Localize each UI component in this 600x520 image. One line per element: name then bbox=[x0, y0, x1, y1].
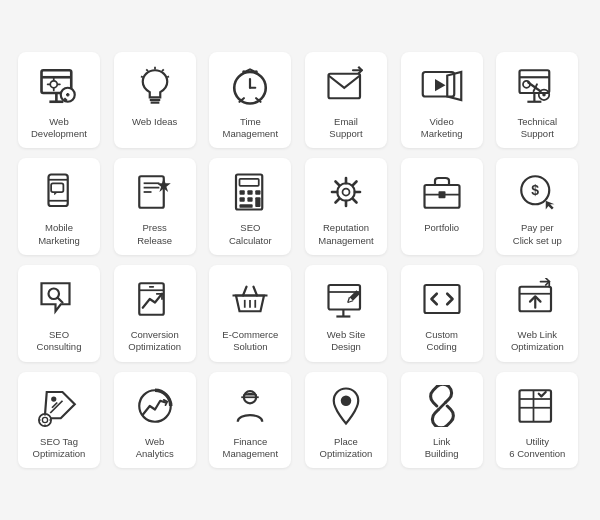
place-optimization-icon bbox=[322, 382, 370, 430]
svg-point-36 bbox=[543, 93, 547, 97]
icon-card-conversion-optimization[interactable]: ConversionOptimization bbox=[114, 265, 196, 362]
icon-card-place-optimization[interactable]: PlaceOptimization bbox=[305, 372, 387, 469]
portfolio-icon bbox=[418, 168, 466, 216]
svg-rect-23 bbox=[328, 73, 360, 98]
icon-card-utility-convention[interactable]: Utility6 Convention bbox=[496, 372, 578, 469]
video-marketing-label: VideoMarketing bbox=[421, 116, 463, 141]
website-design-label: Web SiteDesign bbox=[327, 329, 365, 354]
svg-point-101 bbox=[341, 395, 352, 406]
icon-card-time-management[interactable]: TimeManagement bbox=[209, 52, 291, 149]
utility-convention-label: Utility6 Convention bbox=[509, 436, 565, 461]
icon-card-seo-consulting[interactable]: SEOConsulting bbox=[18, 265, 100, 362]
web-development-icon bbox=[35, 62, 83, 110]
finance-management-icon bbox=[226, 382, 274, 430]
ecommerce-solution-icon bbox=[226, 275, 274, 323]
svg-point-8 bbox=[50, 80, 57, 87]
technical-support-label: TechnicalSupport bbox=[518, 116, 558, 141]
icon-card-link-building[interactable]: LinkBuilding bbox=[401, 372, 483, 469]
web-link-optimization-label: Web LinkOptimization bbox=[511, 329, 564, 354]
icon-card-seo-calculator[interactable]: SEOCalculator bbox=[209, 158, 291, 255]
web-analytics-label: WebAnalytics bbox=[136, 436, 174, 461]
email-support-icon bbox=[322, 62, 370, 110]
svg-point-19 bbox=[242, 70, 246, 74]
svg-text:$: $ bbox=[532, 182, 540, 198]
icon-card-reputation-management[interactable]: ReputationManagement bbox=[305, 158, 387, 255]
portfolio-label: Portfolio bbox=[424, 222, 459, 234]
svg-rect-49 bbox=[248, 191, 253, 195]
web-ideas-icon bbox=[131, 62, 179, 110]
svg-line-62 bbox=[353, 182, 357, 186]
video-marketing-icon bbox=[418, 62, 466, 110]
icon-grid: WebDevelopment Web Ideas bbox=[0, 34, 600, 487]
time-management-label: TimeManagement bbox=[223, 116, 278, 141]
press-release-label: PressRelease bbox=[137, 222, 172, 247]
svg-point-89 bbox=[51, 396, 56, 401]
email-support-label: EmailSupport bbox=[329, 116, 362, 141]
web-analytics-icon bbox=[131, 382, 179, 430]
technical-support-icon bbox=[513, 62, 561, 110]
svg-rect-53 bbox=[256, 198, 261, 208]
time-management-icon bbox=[226, 62, 274, 110]
svg-point-55 bbox=[342, 189, 349, 196]
svg-point-92 bbox=[39, 414, 51, 426]
svg-line-70 bbox=[58, 298, 63, 303]
mobile-marketing-icon bbox=[35, 168, 83, 216]
seo-consulting-label: SEOConsulting bbox=[37, 329, 82, 354]
icon-card-technical-support[interactable]: TechnicalSupport bbox=[496, 52, 578, 149]
pay-per-click-label: Pay perClick set up bbox=[513, 222, 562, 247]
icon-card-pay-per-click[interactable]: $ Pay perClick set up bbox=[496, 158, 578, 255]
icon-card-seo-tag-optimization[interactable]: SEO TagOptimization bbox=[18, 372, 100, 469]
link-building-label: LinkBuilding bbox=[425, 436, 459, 461]
icon-card-web-ideas[interactable]: Web Ideas bbox=[114, 52, 196, 149]
svg-rect-54 bbox=[240, 205, 253, 209]
conversion-optimization-label: ConversionOptimization bbox=[128, 329, 181, 354]
mobile-marketing-label: MobileMarketing bbox=[38, 222, 80, 247]
seo-calculator-label: SEOCalculator bbox=[229, 222, 272, 247]
svg-rect-40 bbox=[51, 184, 63, 193]
seo-tag-optimization-icon bbox=[35, 382, 83, 430]
web-ideas-label: Web Ideas bbox=[132, 116, 177, 128]
svg-line-60 bbox=[335, 182, 339, 186]
icon-card-mobile-marketing[interactable]: MobileMarketing bbox=[18, 158, 100, 255]
website-design-icon bbox=[322, 275, 370, 323]
utility-convention-icon bbox=[513, 382, 561, 430]
svg-rect-66 bbox=[438, 191, 445, 198]
icon-card-custom-coding[interactable]: CustomCoding bbox=[401, 265, 483, 362]
seo-consulting-icon bbox=[35, 275, 83, 323]
svg-rect-52 bbox=[248, 198, 253, 202]
svg-line-61 bbox=[353, 199, 357, 203]
reputation-management-icon bbox=[322, 168, 370, 216]
svg-line-102 bbox=[438, 402, 445, 409]
svg-rect-50 bbox=[256, 191, 261, 195]
web-development-label: WebDevelopment bbox=[31, 116, 87, 141]
link-building-icon bbox=[418, 382, 466, 430]
svg-line-15 bbox=[141, 76, 143, 77]
svg-line-12 bbox=[162, 69, 164, 71]
icon-card-portfolio[interactable]: Portfolio bbox=[401, 158, 483, 255]
svg-rect-51 bbox=[240, 198, 245, 202]
web-link-optimization-icon bbox=[513, 275, 561, 323]
seo-tag-optimization-label: SEO TagOptimization bbox=[33, 436, 86, 461]
ecommerce-solution-label: E-CommerceSolution bbox=[222, 329, 278, 354]
custom-coding-icon bbox=[418, 275, 466, 323]
icon-card-web-link-optimization[interactable]: Web LinkOptimization bbox=[496, 265, 578, 362]
svg-rect-83 bbox=[424, 285, 459, 313]
icon-card-ecommerce-solution[interactable]: E-CommerceSolution bbox=[209, 265, 291, 362]
svg-rect-48 bbox=[240, 191, 245, 195]
svg-point-20 bbox=[255, 70, 259, 74]
press-release-icon bbox=[131, 168, 179, 216]
icon-card-web-analytics[interactable]: WebAnalytics bbox=[114, 372, 196, 469]
svg-line-13 bbox=[146, 69, 148, 71]
icon-card-video-marketing[interactable]: VideoMarketing bbox=[401, 52, 483, 149]
custom-coding-label: CustomCoding bbox=[425, 329, 458, 354]
icon-card-web-development[interactable]: WebDevelopment bbox=[18, 52, 100, 149]
pay-per-click-icon: $ bbox=[513, 168, 561, 216]
seo-calculator-icon bbox=[226, 168, 274, 216]
icon-card-finance-management[interactable]: FinanceManagement bbox=[209, 372, 291, 469]
place-optimization-label: PlaceOptimization bbox=[320, 436, 373, 461]
conversion-optimization-icon bbox=[131, 275, 179, 323]
icon-card-email-support[interactable]: EmailSupport bbox=[305, 52, 387, 149]
svg-rect-47 bbox=[240, 179, 259, 186]
icon-card-press-release[interactable]: PressRelease bbox=[114, 158, 196, 255]
icon-card-website-design[interactable]: Web SiteDesign bbox=[305, 265, 387, 362]
